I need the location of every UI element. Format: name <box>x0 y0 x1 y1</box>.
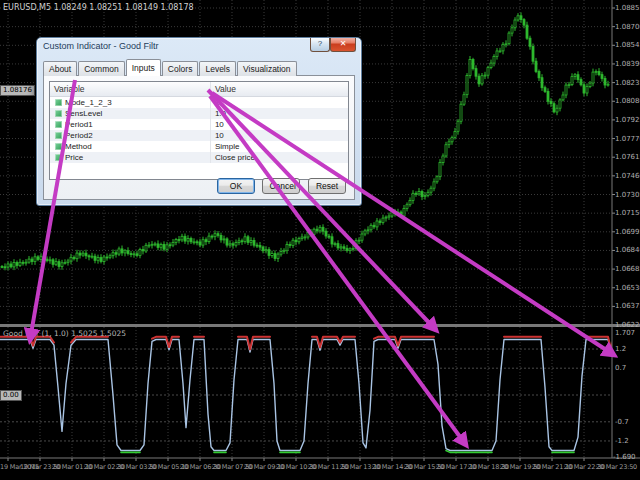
input-row-period2[interactable]: Period210 <box>50 130 348 141</box>
candle-body <box>91 256 93 257</box>
tab-common[interactable]: Common <box>78 61 124 76</box>
input-row-period1[interactable]: Period110 <box>50 119 348 130</box>
candle-body <box>391 212 393 216</box>
help-button[interactable]: ? <box>310 38 330 52</box>
candle-body <box>199 242 201 245</box>
inputs-table[interactable]: Variable Value Mode_1_2_31SensLevel1.0Pe… <box>49 81 349 180</box>
candle-body <box>406 205 408 209</box>
input-row-method[interactable]: MethodSimple <box>50 141 348 152</box>
candle-body <box>439 163 441 177</box>
candle-body <box>133 254 135 255</box>
candle-body <box>322 227 324 231</box>
candle-body <box>361 234 363 240</box>
tab-inputs[interactable]: Inputs <box>126 59 161 76</box>
input-row-price[interactable]: PriceClose price <box>50 152 348 163</box>
tab-levels[interactable]: Levels <box>199 61 236 76</box>
reset-button[interactable]: Reset <box>308 178 346 194</box>
candle-body <box>508 33 510 44</box>
upper-bound-line <box>152 337 179 347</box>
candle-body <box>286 245 288 251</box>
sub-scale-tick-label: -1.2 <box>615 437 629 445</box>
candle-body <box>115 253 117 255</box>
candle-body <box>79 253 81 255</box>
candle-body <box>349 249 351 251</box>
candle-body <box>127 251 129 254</box>
candle-body <box>154 244 156 245</box>
tab-visualization[interactable]: Visualization <box>237 61 297 76</box>
candle-body <box>181 236 183 240</box>
candle-body <box>94 256 96 260</box>
candle-body <box>532 46 534 61</box>
symbol-ohlc-label: EURUSD,M5 1.08249 1.08251 1.08149 1.0817… <box>3 3 194 12</box>
candle-body <box>1 267 3 268</box>
candle-body <box>220 235 222 240</box>
candle-body <box>580 80 582 85</box>
candle-body <box>277 254 279 258</box>
close-icon[interactable]: ✕ <box>330 38 356 52</box>
tab-about[interactable]: About <box>43 61 77 76</box>
candle-body <box>586 87 588 93</box>
candle-body <box>337 244 339 248</box>
candle-body <box>178 239 180 240</box>
value-cell[interactable]: Simple <box>211 141 348 152</box>
candle-body <box>61 263 63 267</box>
ok-button[interactable]: OK <box>217 178 255 194</box>
indicator-name-label: Good Filtr (1, 1.0) 1.5025 1.5025 <box>3 329 126 338</box>
candle-body <box>283 250 285 251</box>
value-cell[interactable]: 1.0 <box>211 108 348 119</box>
input-type-icon <box>55 99 62 106</box>
price-tick-label: 1.07925 <box>615 116 640 124</box>
candle-body <box>466 76 468 95</box>
price-tick-label: 1.06530 <box>615 284 640 292</box>
candle-body <box>592 72 594 83</box>
candle-body <box>541 78 543 88</box>
candle-body <box>526 25 528 38</box>
candle-body <box>205 240 207 242</box>
candle-body <box>604 79 606 86</box>
table-body: Mode_1_2_31SensLevel1.0Period110Period21… <box>50 97 348 163</box>
candle-body <box>52 260 54 265</box>
candle-body <box>595 71 597 72</box>
input-type-icon <box>55 121 62 128</box>
candle-body <box>499 51 501 52</box>
candle-body <box>139 249 141 255</box>
price-tick-label: 1.07770 <box>615 135 640 143</box>
candle-body <box>547 92 549 102</box>
price-tick-label: 1.07615 <box>615 153 640 161</box>
price-tick-label: 1.07305 <box>615 191 640 199</box>
candle-body <box>550 101 552 103</box>
candle-body <box>55 262 57 265</box>
candle-body <box>238 241 240 243</box>
candle-body <box>13 262 15 267</box>
tab-colors[interactable]: Colors <box>162 61 199 76</box>
price-tick-label: 1.06840 <box>615 246 640 254</box>
input-row-senslevel[interactable]: SensLevel1.0 <box>50 108 348 119</box>
custom-indicator-dialog[interactable]: Custom Indicator - Good Filtr ? ✕ AboutC… <box>36 37 362 206</box>
candle-body <box>520 16 522 20</box>
candle-body <box>124 251 126 253</box>
value-cell[interactable]: Close price <box>211 152 348 163</box>
candle-body <box>37 257 39 260</box>
candle-body <box>301 237 303 238</box>
price-tick-label: 1.07460 <box>615 172 640 180</box>
candle-body <box>346 248 348 250</box>
inputs-tab-panel: Variable Value Mode_1_2_31SensLevel1.0Pe… <box>43 75 355 200</box>
candle-body <box>367 230 369 231</box>
candle-body <box>397 212 399 213</box>
dialog-titlebar[interactable]: Custom Indicator - Good Filtr ? ✕ <box>37 38 361 55</box>
value-cell[interactable]: 10 <box>211 130 348 141</box>
candle-body <box>88 256 90 257</box>
candle-body <box>196 242 198 243</box>
value-cell[interactable]: 1 <box>211 97 348 108</box>
candle-body <box>538 72 540 78</box>
candle-body <box>328 236 330 237</box>
upper-bound-line <box>238 337 270 350</box>
candle-body <box>19 262 21 265</box>
input-row-mode_1_2_3[interactable]: Mode_1_2_31 <box>50 97 348 108</box>
cancel-button[interactable]: Cancel <box>262 178 300 194</box>
value-cell[interactable]: 10 <box>211 119 348 130</box>
candle-body <box>70 257 72 261</box>
candle-body <box>49 260 51 261</box>
candle-body <box>82 253 84 255</box>
candle-body <box>511 28 513 33</box>
